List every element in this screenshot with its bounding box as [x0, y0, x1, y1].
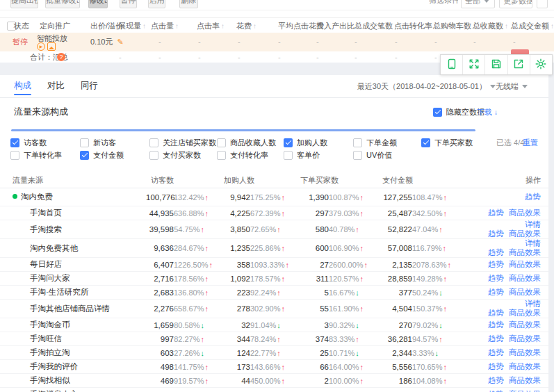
metric-checkbox[interactable]: 访客数 — [10, 136, 47, 149]
bulk-action-button[interactable]: 修改出价 — [88, 0, 108, 8]
column-header[interactable]: 总成交笔数↑ — [355, 18, 398, 34]
detail-link[interactable]: 详情 — [525, 239, 541, 247]
metric-checkbox[interactable]: 新访客 — [80, 136, 116, 149]
column-header[interactable]: 投入产出比↑ — [316, 18, 359, 34]
buyers-value: 2 — [279, 377, 329, 385]
metric-checkbox[interactable]: 下单金额 — [353, 136, 397, 149]
product-effect-link[interactable]: 商品效果 — [509, 229, 541, 238]
column-header[interactable]: 总购物车数↑ — [433, 18, 476, 34]
column-header[interactable]: 点击转化率↑ — [394, 18, 437, 34]
scroll-indicator[interactable] — [11, 129, 475, 131]
trend-link[interactable]: 趋势 — [525, 193, 541, 201]
trend-link[interactable]: 趋势 — [488, 260, 504, 268]
column-header[interactable]: 展现量↑ — [118, 18, 146, 34]
visitors-change: 136.80%↑ — [174, 288, 204, 297]
empty-value: - — [238, 33, 241, 51]
date-range-select[interactable]: 最近30天（2018-04-02~2018-05-01） — [357, 75, 496, 97]
metric-checkbox[interactable]: 支付买家数 — [149, 149, 201, 161]
column-header[interactable]: 状态 — [14, 18, 29, 33]
save-tool-button[interactable] — [485, 55, 507, 74]
product-effect-link[interactable]: 商品效果 — [509, 320, 541, 329]
reset-link[interactable]: 重置 — [523, 136, 538, 149]
trend-link[interactable]: 趋势 — [488, 320, 504, 329]
detail-link[interactable]: 详情 — [525, 220, 541, 229]
bulk-action-button[interactable]: 删除 — [179, 0, 198, 8]
tab-2[interactable]: 对比 — [47, 75, 65, 96]
bulk-action-button[interactable]: 启用 — [148, 0, 165, 8]
buyers-value: 55 — [279, 304, 329, 313]
extra-button[interactable] — [537, 0, 548, 8]
trend-link[interactable]: 趋势 — [488, 274, 504, 282]
trend-link[interactable]: 趋势 — [488, 229, 504, 238]
status-dot-icon — [13, 194, 17, 199]
sort-arrow-icon[interactable]: ↑ — [221, 22, 225, 30]
sort-arrow-icon[interactable]: ↑ — [505, 22, 508, 30]
product-effect-link[interactable]: 商品效果 — [509, 309, 541, 317]
channel-select[interactable]: 无线端 — [496, 75, 528, 97]
divider — [0, 10, 554, 10]
bulk-action-button[interactable]: 暂停 — [120, 0, 137, 8]
trend-link[interactable]: 趋势 — [488, 362, 504, 370]
buyers-change: 40.78%↑ — [329, 225, 357, 234]
visitors-value: 498 — [146, 363, 174, 371]
campaign-name-link[interactable]: 智能投放 — [37, 34, 67, 42]
bulk-action-button[interactable]: 批量修改出价 — [45, 0, 80, 8]
sort-arrow-icon[interactable]: ↑ — [142, 22, 146, 30]
actions-line-2: 趋势商品效果 — [439, 309, 541, 318]
trend-link[interactable]: 趋势 — [488, 209, 504, 217]
metric-checkbox[interactable]: 下单买家数 — [421, 136, 473, 149]
product-effect-link[interactable]: 商品效果 — [509, 376, 541, 384]
product-effect-link[interactable]: 商品效果 — [509, 288, 541, 296]
trend-link[interactable]: 趋势 — [488, 309, 504, 317]
share-tool-button[interactable] — [508, 55, 530, 74]
column-header[interactable]: 总成交金额↑ — [511, 18, 554, 34]
metric-checkbox[interactable]: 加购人数 — [284, 136, 327, 149]
bulk-action-button[interactable]: 提高出价 — [10, 0, 38, 8]
trend-link[interactable]: 趋势 — [488, 334, 504, 343]
fullscreen-tool-button[interactable] — [463, 55, 485, 74]
traffic-row: 手淘淘金币1,65980.58%↓3291.04%↓390.32%↓27079.… — [0, 318, 548, 332]
product-effect-link[interactable]: 商品效果 — [509, 348, 541, 357]
metric-checkbox[interactable]: 下单转化率 — [10, 149, 62, 161]
metric-checkbox[interactable]: 关注店铺买家数 — [149, 136, 216, 149]
metric-checkbox[interactable]: 商品收藏人数 — [217, 136, 276, 149]
visitors-value: 44,935 — [146, 209, 174, 218]
column-header[interactable]: 总收藏数↑ — [473, 18, 508, 34]
actions-cell: 趋势商品效果 — [439, 376, 548, 385]
empty-value: - — [473, 33, 476, 51]
metric-checkbox[interactable]: 支付转化率 — [217, 149, 268, 161]
traffic-source-name: 手淘首页 — [0, 208, 146, 218]
sort-arrow-icon[interactable]: ↑ — [253, 22, 256, 30]
tab-3[interactable]: 同行 — [81, 75, 98, 96]
sort-arrow-icon[interactable]: ↑ — [175, 22, 179, 30]
metric-checkbox[interactable]: 支付金额 — [80, 149, 124, 161]
column-header[interactable]: 花费↑ — [236, 18, 256, 34]
product-effect-link[interactable]: 商品效果 — [509, 260, 541, 268]
detail-link[interactable]: 详情 — [525, 300, 541, 308]
product-effect-link[interactable]: 商品效果 — [509, 362, 541, 370]
tab-1[interactable]: 构成 — [14, 75, 31, 96]
product-effect-link[interactable]: 商品效果 — [509, 248, 541, 256]
column-header[interactable]: 点击量↑ — [151, 18, 179, 34]
trend-link[interactable]: 趋势 — [488, 288, 504, 296]
play-icon[interactable]: ▶ — [37, 42, 45, 51]
checkbox-icon — [217, 138, 226, 147]
metric-checkbox[interactable]: 客单价 — [284, 149, 320, 161]
mobile-preview-tool-button[interactable] — [441, 55, 463, 74]
download-link[interactable]: 下载 ↓ — [477, 107, 498, 117]
payment-change: 104.08%↑ — [412, 377, 439, 385]
sort-arrow-icon[interactable]: ↑ — [551, 22, 554, 30]
trend-link[interactable]: 趋势 — [488, 348, 504, 357]
product-effect-link[interactable]: 商品效果 — [509, 209, 541, 217]
trend-link[interactable]: 趋势 — [488, 376, 504, 384]
product-effect-link[interactable]: 商品效果 — [509, 274, 541, 282]
filter-select[interactable]: 全部 — [461, 0, 495, 8]
product-effect-link[interactable]: 商品效果 — [509, 334, 541, 343]
help-icon[interactable] — [57, 53, 65, 61]
trend-link[interactable]: 趋势 — [488, 248, 504, 256]
column-header[interactable]: 定向推广 — [40, 18, 70, 33]
column-header[interactable]: 点击率↑ — [197, 18, 225, 34]
metric-checkbox[interactable]: UV价值 — [353, 149, 392, 161]
more-data-button[interactable]: 更多数据 — [499, 0, 532, 8]
settings-tool-button[interactable] — [530, 55, 552, 74]
